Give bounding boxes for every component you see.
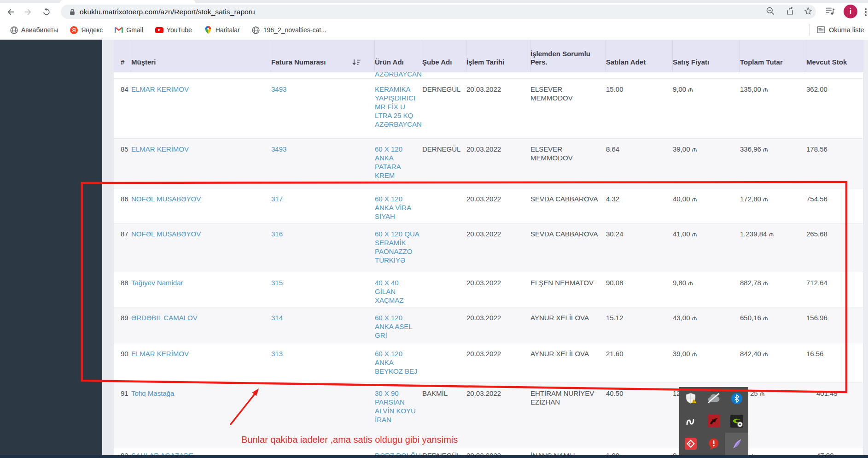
responsible-person: SEVDA CABBAROVA: [530, 188, 606, 223]
product-link[interactable]: KERAMİKA YAPIŞDIRICI MR FİX U LTRA 25 KQ…: [375, 79, 422, 138]
table-row: 88Tağıyev Namidar31540 X 40 GİLAN XAÇMAZ…: [114, 272, 863, 307]
forward-button[interactable]: [21, 5, 35, 19]
table-row-partial: AZƏRBAYCAN: [114, 72, 863, 78]
dragon-app-icon: [708, 415, 720, 427]
transaction-date: 20.03.2022: [466, 139, 530, 188]
product-link[interactable]: 60 X 120 ANKA VİRA SİYAH: [375, 188, 422, 223]
column-header[interactable]: Mevcut Stok: [806, 40, 863, 72]
table-row: 89ƏRDƏBIL CAMALOV31460 X 120 ANKA ASEL G…: [114, 307, 863, 343]
column-header[interactable]: Şube Adı: [422, 40, 466, 72]
column-header[interactable]: Fatura Numarası: [271, 40, 375, 72]
column-header[interactable]: Toplam Tutar: [740, 40, 806, 72]
lock-icon[interactable]: [69, 8, 76, 16]
active-tab[interactable]: [60, 0, 196, 3]
share-icon[interactable]: [784, 5, 796, 17]
sold-quantity: 8.64: [606, 139, 673, 188]
column-header-label: İşlem Tarihi: [466, 58, 504, 66]
browser-menu-icon[interactable]: [864, 7, 868, 17]
bookmark-item[interactable]: ЯЯндекс: [64, 23, 109, 37]
product-link[interactable]: 30 X 90 PARSİAN ALVİN KOYU İRAN: [375, 383, 422, 448]
invoice-number-link[interactable]: 3493: [271, 79, 375, 138]
transaction-date: 20.03.2022: [466, 223, 530, 272]
tray-item[interactable]: [725, 433, 748, 455]
url-bar[interactable]: okuklu.matrixotoerp.com/azn/Report/stok_…: [61, 5, 816, 19]
sale-price: 39,00 ₼: [673, 139, 740, 188]
branch-name: [422, 307, 466, 343]
tab-strip: [0, 0, 868, 3]
table-row: 84ELMAR KERİMOV3493KERAMİKA YAPIŞDIRICI …: [114, 78, 863, 138]
url-text[interactable]: okuklu.matrixotoerp.com/azn/Report/stok_…: [80, 8, 255, 16]
sale-price: 40,00 ₼: [673, 188, 740, 223]
reading-list-button[interactable]: Okuma liste: [817, 20, 868, 40]
table-row: 85ELMAR KERİMOV349360 X 120 ANKA PATARA …: [114, 138, 863, 188]
invoice-number-link[interactable]: 316: [271, 223, 375, 272]
product-link[interactable]: 60 X 120 ANKA BEYKOZ BEJ: [375, 343, 422, 382]
media-playlist-icon[interactable]: [824, 5, 836, 17]
globe-icon: [252, 26, 260, 34]
product-link[interactable]: 60 X 120 QUA SERAMİK PAONAZZO TÜRKİYƏ: [375, 223, 422, 272]
bookmark-item[interactable]: 196_2_novalties-cat...: [246, 23, 332, 37]
table-row: 86NOFƏL MUSABƏYOV31760 X 120 ANKA VİRA S…: [114, 188, 863, 223]
column-header[interactable]: Müşteri: [131, 40, 271, 72]
maps-icon: [204, 26, 212, 34]
profile-avatar[interactable]: i: [844, 5, 857, 18]
tray-item[interactable]: [702, 433, 725, 455]
tray-item[interactable]: [725, 387, 748, 410]
tray-item[interactable]: [679, 433, 702, 455]
customer-link[interactable]: Tağıyev Namidar: [131, 272, 271, 307]
tray-item[interactable]: [679, 410, 702, 432]
row-number: 89: [114, 307, 131, 343]
column-header[interactable]: Ürün Adı: [375, 40, 422, 72]
product-link[interactable]: 60 X 120 ANKA PATARA KREM: [375, 139, 422, 188]
current-stock: 401.49: [816, 383, 863, 448]
customer-link[interactable]: NOFƏL MUSABƏYOV: [131, 223, 271, 272]
row-number: 87: [114, 223, 131, 272]
bookmark-item[interactable]: Gmail: [109, 23, 149, 37]
purple-feather-icon: [731, 438, 743, 450]
product-link[interactable]: AZƏRBAYCAN: [375, 72, 422, 78]
responsible-person: ELŞEN NEHMATOV: [530, 272, 606, 307]
invoice-number-link[interactable]: 314: [271, 307, 375, 343]
column-header[interactable]: Satış Fiyatı: [673, 40, 740, 72]
invoice-number-link[interactable]: 315: [271, 272, 375, 307]
invoice-number-link[interactable]: 3493: [271, 139, 375, 188]
bookmark-star-icon[interactable]: [802, 5, 814, 17]
transaction-date: 20.03.2022: [466, 188, 530, 223]
customer-link[interactable]: ELMAR KERİMOV: [131, 79, 271, 138]
column-header[interactable]: İşlemden Sorumlu Pers.: [530, 40, 606, 72]
customer-link[interactable]: Tofiq Mastağa: [131, 383, 271, 448]
back-arrow-icon: [6, 7, 16, 17]
column-header-label: #: [121, 58, 124, 66]
branch-name: DERNEGÜL: [422, 139, 466, 188]
bookmark-item[interactable]: Авиабилеты: [4, 23, 64, 37]
customer-link[interactable]: ELMAR KERİMOV: [131, 343, 271, 382]
column-header-label: Müşteri: [131, 58, 156, 66]
column-header[interactable]: #: [114, 40, 131, 72]
bookmark-item[interactable]: Haritalar: [198, 23, 246, 37]
zoom-out-indicator-icon[interactable]: [764, 5, 776, 17]
globe-icon: [10, 26, 18, 34]
audio-wave-icon: [684, 416, 697, 427]
product-link[interactable]: 40 X 40 GİLAN XAÇMAZ: [375, 272, 422, 307]
sold-quantity: 40.50: [606, 383, 673, 448]
customer-link[interactable]: NOFƏL MUSABƏYOV: [131, 188, 271, 223]
product-link[interactable]: 60 X 120 ANKA ASEL GRİ: [375, 307, 422, 343]
tray-item[interactable]: [702, 387, 725, 410]
back-button[interactable]: [4, 5, 17, 19]
row-number: 86: [114, 188, 131, 223]
column-header[interactable]: İşlem Tarihi: [466, 40, 530, 72]
customer-link[interactable]: ƏRDƏBIL CAMALOV: [131, 307, 271, 343]
tray-item[interactable]: [725, 410, 748, 432]
tray-item[interactable]: [679, 387, 702, 410]
invoice-number-link[interactable]: 313: [271, 343, 375, 382]
sold-quantity: 90.08: [606, 272, 673, 307]
bookmark-item[interactable]: YouTube: [149, 23, 198, 37]
alert-bubble-icon: [708, 438, 720, 450]
customer-link[interactable]: ELMAR KERİMOV: [131, 139, 271, 188]
invoice-number-link[interactable]: 317: [271, 188, 375, 223]
reload-button[interactable]: [40, 5, 53, 19]
column-header[interactable]: Satılan Adet: [606, 40, 673, 72]
tray-item[interactable]: [702, 410, 725, 432]
vertical-scrollbar[interactable]: [863, 40, 868, 458]
bookmarks-bar: АвиабилетыЯЯндексGmailYouTubeHaritalar19…: [0, 20, 868, 40]
